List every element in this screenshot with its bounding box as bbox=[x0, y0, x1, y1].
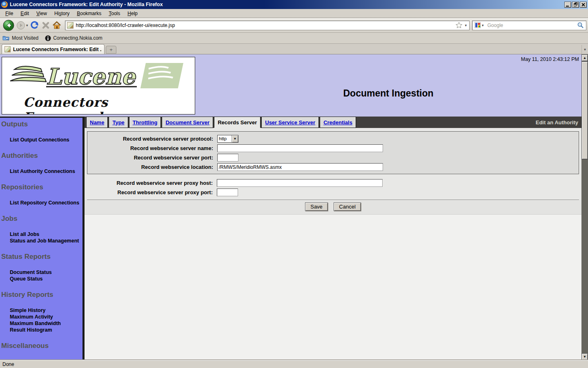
server-port-label: Record webservice server port: bbox=[87, 155, 217, 161]
protocol-selected-value: http bbox=[218, 135, 232, 142]
sidebar-item-simple-history[interactable]: Simple History bbox=[10, 307, 82, 314]
location-label: Record webservice location: bbox=[87, 164, 217, 170]
site-favicon bbox=[67, 22, 74, 29]
tab-document-server[interactable]: Document Server bbox=[162, 117, 213, 128]
tab-user-service-server[interactable]: User Service Server bbox=[261, 117, 319, 128]
bookmark-most-visited[interactable]: Most Visited bbox=[2, 35, 38, 41]
restore-button[interactable] bbox=[572, 2, 579, 8]
page-body: Outputs List Output Connections Authorit… bbox=[0, 117, 581, 360]
select-dropdown-icon[interactable]: ▼ bbox=[232, 135, 238, 142]
sidebar-item-queue-status[interactable]: Queue Status bbox=[10, 276, 82, 282]
menu-bookmarks[interactable]: Bookmarks bbox=[73, 10, 105, 17]
menu-help[interactable]: Help bbox=[124, 10, 141, 17]
back-button[interactable] bbox=[2, 19, 15, 31]
proxy-port-label: Record webservice server proxy port: bbox=[87, 189, 217, 195]
bookmark-label: Connecting.Nokia.com bbox=[53, 35, 102, 41]
window-title: Lucene Connectors Framework: Edit Author… bbox=[10, 2, 163, 7]
home-button[interactable] bbox=[52, 20, 62, 30]
lucene-logo-script: Lucene bbox=[2, 57, 195, 95]
server-settings-group: Record webservice server protocol: http … bbox=[87, 131, 579, 174]
scroll-up-icon[interactable]: ▲ bbox=[581, 54, 588, 61]
urlbar-dropdown-caret[interactable]: ▾ bbox=[465, 23, 467, 27]
page-title: Document Ingestion bbox=[195, 88, 581, 99]
server-name-label: Record webservice server name: bbox=[87, 145, 217, 151]
empty-page-area bbox=[85, 215, 581, 360]
stop-button[interactable] bbox=[41, 21, 50, 30]
sidebar-section-jobs: Jobs bbox=[0, 206, 82, 222]
bookmark-star-icon[interactable] bbox=[455, 22, 463, 29]
sidebar-item-list-output-connections[interactable]: List Output Connections bbox=[10, 137, 82, 143]
save-button[interactable]: Save bbox=[305, 202, 328, 211]
search-box[interactable]: ▾ Google bbox=[472, 20, 586, 30]
form-tab-bar: Name Type Throttling Document Server Rec… bbox=[85, 117, 581, 128]
minimize-button[interactable] bbox=[564, 2, 571, 8]
sidebar-item-maximum-bandwidth[interactable]: Maximum Bandwidth bbox=[10, 320, 82, 327]
cancel-button[interactable]: Cancel bbox=[334, 202, 361, 211]
tab-records-server[interactable]: Records Server bbox=[214, 117, 261, 128]
sidebar-item-list-all-jobs[interactable]: List all Jobs bbox=[10, 231, 82, 238]
google-engine-icon bbox=[474, 22, 481, 28]
server-port-input[interactable] bbox=[217, 154, 238, 162]
info-icon bbox=[45, 35, 51, 41]
menu-tools[interactable]: Tools bbox=[105, 10, 124, 17]
browser-tab-strip: Lucene Connectors Framework: Edit ... + … bbox=[0, 44, 588, 54]
sidebar-navigation: Outputs List Output Connections Authorit… bbox=[0, 117, 85, 360]
menu-bar: File Edit View History Bookmarks Tools H… bbox=[0, 9, 588, 18]
active-browser-tab[interactable]: Lucene Connectors Framework: Edit ... bbox=[2, 44, 105, 54]
scrollbar-thumb[interactable] bbox=[581, 61, 588, 159]
protocol-select[interactable]: http ▼ bbox=[217, 135, 238, 143]
logo-subtitle: Connectors Framework bbox=[2, 95, 195, 114]
proxy-port-input[interactable] bbox=[217, 188, 238, 196]
menu-history[interactable]: History bbox=[51, 10, 73, 17]
url-text[interactable]: http://localhost:8080/lcf-crawler-ui/exe… bbox=[76, 22, 456, 28]
bookmark-nokia[interactable]: Connecting.Nokia.com bbox=[45, 35, 102, 41]
reload-button[interactable] bbox=[30, 20, 40, 30]
tab-type[interactable]: Type bbox=[109, 117, 128, 128]
sidebar-item-list-repository-connections[interactable]: List Repository Connections bbox=[10, 200, 82, 206]
proxy-settings-group: Record webservice server proxy host: Rec… bbox=[87, 174, 579, 200]
edit-authority-label: Edit an Authority bbox=[536, 119, 581, 126]
search-magnifier-icon[interactable] bbox=[577, 22, 584, 29]
sidebar-section-miscellaneous: Miscellaneous bbox=[0, 333, 82, 350]
back-history-caret[interactable]: ▾ bbox=[26, 23, 28, 27]
lucene-logo: Lucene Connec bbox=[2, 57, 195, 114]
new-tab-button[interactable]: + bbox=[106, 46, 116, 54]
search-input[interactable]: Google bbox=[488, 22, 577, 28]
sidebar-section-history-reports: History Reports bbox=[0, 282, 82, 298]
page-timestamp: May 11, 2010 2:43:12 PM bbox=[521, 56, 579, 62]
sidebar-section-repositories: Repositories bbox=[0, 175, 82, 191]
sidebar-item-document-status[interactable]: Document Status bbox=[10, 269, 82, 276]
scroll-down-icon[interactable]: ▼ bbox=[581, 353, 588, 360]
window-titlebar: Lucene Connectors Framework: Edit Author… bbox=[0, 0, 588, 9]
sidebar-item-result-histogram[interactable]: Result Histogram bbox=[10, 327, 82, 333]
page-content: Lucene Connec bbox=[0, 54, 581, 360]
url-bar[interactable]: http://localhost:8080/lcf-crawler-ui/exe… bbox=[65, 20, 470, 30]
tab-credentials[interactable]: Credentials bbox=[320, 117, 356, 128]
location-input[interactable] bbox=[217, 163, 383, 171]
vertical-scrollbar[interactable]: ▲ ▼ bbox=[581, 54, 588, 360]
search-engine-caret[interactable]: ▾ bbox=[482, 23, 484, 27]
status-bar: Done bbox=[0, 360, 588, 368]
scrollbar-track[interactable] bbox=[581, 159, 588, 353]
main-panel: Name Type Throttling Document Server Rec… bbox=[85, 117, 581, 360]
tab-title: Lucene Connectors Framework: Edit ... bbox=[13, 47, 102, 52]
sidebar-item-status-job-management[interactable]: Status and Job Management bbox=[10, 238, 82, 244]
close-button[interactable] bbox=[580, 2, 587, 8]
forward-button[interactable] bbox=[16, 21, 25, 30]
browser-window: Lucene Connectors Framework: Edit Author… bbox=[0, 0, 588, 368]
menu-view[interactable]: View bbox=[33, 10, 51, 17]
sidebar-item-list-authority-connections[interactable]: List Authority Connections bbox=[10, 168, 82, 175]
sidebar-item-maximum-activity[interactable]: Maximum Activity bbox=[10, 314, 82, 320]
sidebar-section-authorities: Authorities bbox=[0, 143, 82, 159]
list-all-tabs-button[interactable]: ▾ bbox=[581, 45, 588, 54]
menu-file[interactable]: File bbox=[2, 10, 17, 17]
tab-name[interactable]: Name bbox=[86, 117, 108, 128]
menu-edit[interactable]: Edit bbox=[17, 10, 33, 17]
proxy-host-input[interactable] bbox=[217, 179, 383, 187]
tab-throttling[interactable]: Throttling bbox=[129, 117, 161, 128]
status-text: Done bbox=[2, 361, 14, 367]
proxy-host-label: Record webservice server proxy host: bbox=[87, 180, 217, 186]
folder-magnifier-icon bbox=[2, 35, 10, 41]
server-name-input[interactable] bbox=[217, 144, 383, 152]
form-actions: Save Cancel bbox=[85, 200, 581, 215]
